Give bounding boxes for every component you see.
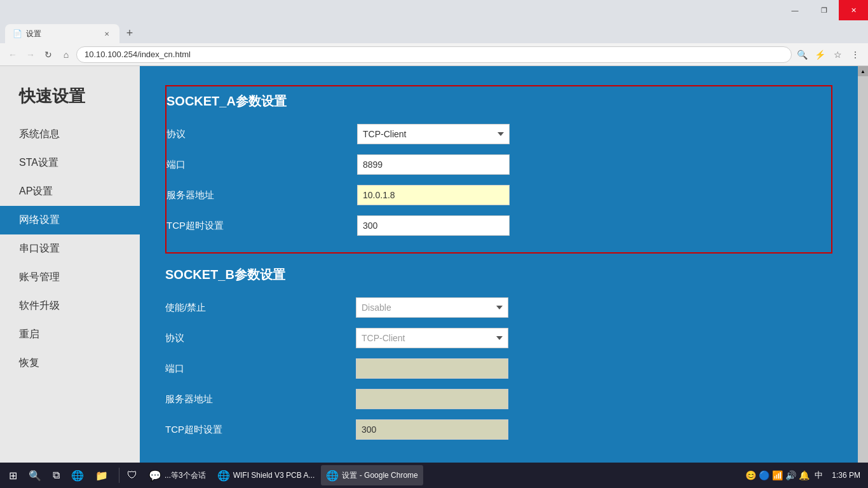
minimize-button[interactable]: — [780, 0, 810, 20]
taskbar-right: 😊 🔵 📶 🔊 🔔 中 1:36 PM [745, 470, 864, 481]
edge-button[interactable]: 🌐 [66, 465, 89, 485]
enable-select-b[interactable]: Disable Enable [356, 297, 508, 318]
server-addr-label-b: 服务器地址 [165, 393, 356, 405]
protocol-select-b[interactable]: TCP-Client TCP-Server UDP-Client UDP-Ser… [356, 328, 508, 348]
address-text: 10.10.100.254/index_cn.html [85, 50, 191, 59]
wifi-tab-label: WIFI Shield V3 PCB A... [233, 471, 315, 480]
socket-b-section: SOCKET_B参数设置 使能/禁止 Disable Enable 协议 TCP… [165, 266, 832, 456]
taskbar-separator-1 [119, 468, 119, 483]
photos-button[interactable]: 📁 [90, 465, 116, 485]
socket-a-title: SOCKET_A参数设置 [166, 93, 818, 110]
tab-title: 设置 [26, 29, 41, 39]
protocol-control-a: TCP-Client TCP-Server UDP-Client UDP-Ser… [357, 124, 510, 144]
toolbar-icons: 🔍 ⚡ ☆ ⋮ [794, 47, 863, 62]
port-input-a[interactable] [357, 154, 510, 175]
bookmark-star-icon[interactable]: ☆ [830, 47, 845, 62]
sidebar-item-account-management[interactable]: 账号管理 [0, 263, 140, 292]
tcp-timeout-input-b[interactable] [356, 419, 508, 440]
taskbar-bluetooth-icon: 🔵 [759, 470, 770, 480]
home-button[interactable]: ⌂ [58, 47, 74, 62]
sidebar-item-sta-settings[interactable]: STA设置 [0, 149, 140, 177]
port-control-a [357, 154, 510, 175]
tcp-timeout-input-a[interactable] [357, 215, 510, 236]
active-tab[interactable]: 📄 设置 ✕ [5, 24, 119, 43]
tcp-timeout-control-a [357, 215, 510, 236]
main-content: SOCKET_A参数设置 协议 TCP-Client TCP-Server UD… [140, 66, 858, 488]
enable-control-b: Disable Enable [356, 297, 508, 318]
port-control-b [356, 358, 508, 379]
start-icon: ⊞ [9, 470, 17, 482]
search-icon: 🔍 [29, 470, 41, 482]
close-button[interactable]: ✕ [839, 0, 868, 20]
server-addr-input-a[interactable] [357, 185, 510, 205]
menu-icon[interactable]: ⋮ [848, 47, 863, 62]
sidebar-title: 快速设置 [0, 79, 140, 120]
taskbar-notification-icon[interactable]: 🔔 [799, 470, 810, 480]
tab-bar: 📄 设置 ✕ + [0, 20, 868, 43]
server-addr-label-a: 服务器地址 [166, 189, 357, 201]
enable-label-b: 使能/禁止 [165, 302, 356, 314]
browser-toolbar: ← → ↻ ⌂ 10.10.100.254/index_cn.html 🔍 ⚡ … [0, 43, 868, 66]
wifi-tab-button[interactable]: 🌐 WIFI Shield V3 PCB A... [212, 465, 320, 485]
taskbar-smiley-icon: 😊 [745, 470, 756, 480]
protocol-label-a: 协议 [166, 128, 357, 140]
protocol-control-b: TCP-Client TCP-Server UDP-Client UDP-Ser… [356, 328, 508, 348]
edge-icon: 🌐 [71, 470, 84, 482]
tab-icon: 📄 [13, 29, 22, 38]
protocol-row-a: 协议 TCP-Client TCP-Server UDP-Client UDP-… [166, 120, 818, 148]
settings-chrome-icon: 🌐 [326, 470, 339, 482]
port-row-a: 端口 [166, 151, 818, 179]
sidebar-item-software-upgrade[interactable]: 软件升级 [0, 292, 140, 320]
server-addr-row-a: 服务器地址 [166, 181, 818, 209]
protocol-select-a[interactable]: TCP-Client TCP-Server UDP-Client UDP-Ser… [357, 124, 510, 144]
task-view-button[interactable]: ⧉ [48, 465, 65, 485]
maximize-button[interactable]: ❐ [810, 0, 839, 20]
tcp-timeout-row-b: TCP超时设置 [165, 416, 820, 444]
taskbar-volume-icon[interactable]: 🔊 [785, 470, 796, 480]
tcp-timeout-row-a: TCP超时设置 [166, 212, 818, 240]
port-label-a: 端口 [166, 159, 357, 171]
enable-row-b: 使能/禁止 Disable Enable [165, 294, 820, 322]
server-addr-control-b [356, 389, 508, 409]
protocol-row-b: 协议 TCP-Client TCP-Server UDP-Client UDP-… [165, 324, 820, 352]
taskbar-lang-indicator: 中 [812, 470, 825, 481]
sidebar-item-network-settings[interactable]: 网络设置 [0, 206, 140, 234]
scroll-up-button[interactable]: ▲ [858, 66, 868, 76]
reload-button[interactable]: ↻ [41, 47, 56, 62]
tab-close-button[interactable]: ✕ [102, 29, 112, 39]
chat-label: ...等3个会话 [165, 470, 206, 481]
port-row-b: 端口 [165, 355, 820, 383]
sidebar-item-restore[interactable]: 恢复 [0, 349, 140, 377]
forward-button[interactable]: → [23, 47, 38, 62]
settings-chrome-label: 设置 - Google Chrome [342, 470, 417, 481]
server-addr-input-b[interactable] [356, 389, 508, 409]
settings-chrome-button[interactable]: 🌐 设置 - Google Chrome [321, 465, 423, 485]
sidebar: 快速设置 系统信息 STA设置 AP设置 网络设置 串口设置 账号管理 软件升级… [0, 66, 140, 488]
server-addr-row-b: 服务器地址 [165, 385, 820, 413]
taskbar-clock[interactable]: 1:36 PM [828, 471, 864, 480]
browser-content: 快速设置 系统信息 STA设置 AP设置 网络设置 串口设置 账号管理 软件升级… [0, 66, 868, 488]
wifi-tab-icon: 🌐 [217, 470, 230, 482]
window-controls: — ❐ ✕ [780, 0, 868, 20]
start-button[interactable]: ⊞ [4, 465, 22, 485]
socket-b-title: SOCKET_B参数设置 [165, 266, 820, 283]
bookmark-manager-icon[interactable]: ⚡ [812, 47, 827, 62]
port-label-b: 端口 [165, 363, 356, 375]
sidebar-item-system-info[interactable]: 系统信息 [0, 120, 140, 149]
new-tab-button[interactable]: + [122, 25, 137, 41]
sidebar-item-serial-settings[interactable]: 串口设置 [0, 234, 140, 263]
back-button[interactable]: ← [5, 47, 20, 62]
taskbar-wifi-icon: 📶 [772, 470, 783, 480]
search-icon[interactable]: 🔍 [794, 47, 810, 62]
sidebar-item-reboot[interactable]: 重启 [0, 320, 140, 349]
task-view-icon: ⧉ [53, 470, 60, 481]
chat-icon: 💬 [149, 470, 161, 482]
address-bar[interactable]: 10.10.100.254/index_cn.html [76, 46, 792, 63]
security-button[interactable]: 🛡 [122, 465, 142, 485]
protocol-label-b: 协议 [165, 332, 356, 344]
port-input-b[interactable] [356, 358, 508, 379]
chat-button[interactable]: 💬 ...等3个会话 [144, 465, 211, 485]
taskbar: ⊞ 🔍 ⧉ 🌐 📁 🛡 💬 ...等3个会话 🌐 WIFI Shield V3 … [0, 463, 868, 488]
sidebar-item-ap-settings[interactable]: AP设置 [0, 177, 140, 206]
search-button[interactable]: 🔍 [24, 465, 46, 485]
